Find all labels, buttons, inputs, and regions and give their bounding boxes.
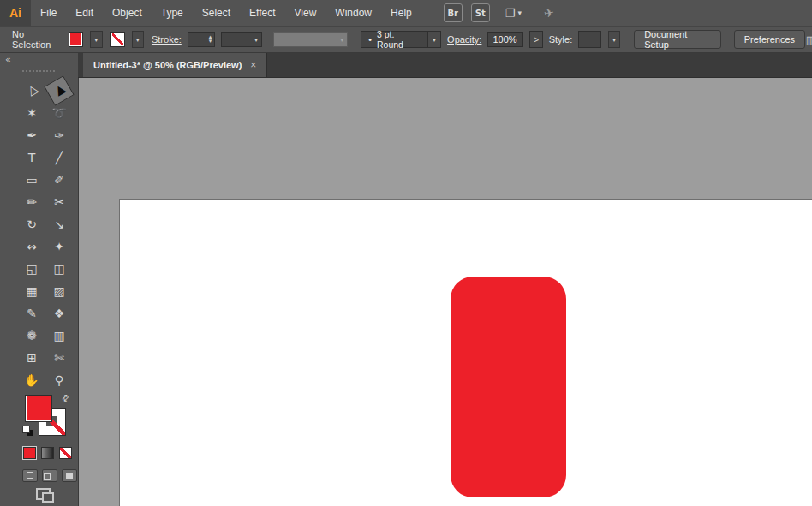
tool-hand[interactable]: ✋ — [21, 369, 43, 391]
stroke-weight-dropdown[interactable]: ▾ — [221, 32, 262, 47]
stroke-color-swatch[interactable] — [110, 32, 125, 47]
tool-scale[interactable]: ↘ — [48, 213, 70, 235]
brush-bullet-icon: • — [368, 34, 372, 45]
tool-column-graph[interactable]: ▥ — [48, 324, 70, 347]
chevron-down-icon: ▾ — [612, 36, 616, 44]
chevron-down-icon: ▾ — [254, 36, 258, 44]
preferences-button[interactable]: Preferences — [734, 30, 805, 49]
stepper-arrows-icon[interactable]: ▴▾ — [209, 35, 212, 44]
fill-stroke-indicator: ⇄ — [22, 393, 74, 443]
draw-inside-button[interactable] — [62, 469, 77, 482]
color-button[interactable] — [23, 447, 36, 459]
none-button[interactable] — [59, 447, 72, 459]
menu-item-effect[interactable]: Effect — [240, 0, 284, 26]
tool-rotate[interactable]: ↻ — [21, 213, 43, 235]
selection-status: No Selection — [12, 29, 63, 50]
fill-color-dropdown[interactable]: ▾ — [90, 31, 102, 48]
tools-panel: « ▷▶✶➰✒✑T╱▭✐✏✂↻↘↭✦◱◫▦▨✎❖❁▥⊞✄✋⚲ ⇄ — [0, 53, 79, 506]
chevron-down-icon: ▾ — [94, 36, 98, 44]
control-bar: No Selection ▾ ▾ Stroke: ▴▾ ▾ ▾ • 3 pt. … — [0, 26, 812, 53]
document-tab[interactable]: Untitled-3* @ 50% (RGB/Preview) × — [83, 53, 267, 77]
chevron-down-icon: ▾ — [136, 36, 140, 44]
tool-perspective-grid[interactable]: ◫ — [48, 258, 70, 280]
menu-bar: Ai FileEditObjectTypeSelectEffectViewWin… — [0, 0, 812, 26]
menu-item-help[interactable]: Help — [381, 0, 421, 26]
chevron-down-icon: ▾ — [340, 36, 343, 44]
tool-mesh[interactable]: ▦ — [21, 280, 43, 302]
color-mode-buttons — [23, 447, 72, 459]
tool-gradient[interactable]: ▨ — [48, 280, 70, 302]
tool-shape-builder[interactable]: ◱ — [21, 258, 43, 280]
tool-width[interactable]: ↭ — [21, 235, 43, 258]
tool-artboard[interactable]: ⊞ — [21, 347, 43, 369]
tool-magic-wand[interactable]: ✶ — [21, 102, 43, 124]
stroke-weight-stepper[interactable]: ▴▾ — [188, 32, 215, 47]
tool-curvature[interactable]: ✑ — [48, 124, 70, 146]
tool-lasso[interactable]: ➰ — [48, 102, 70, 124]
document-tab-bar: Untitled-3* @ 50% (RGB/Preview) × — [78, 53, 812, 78]
stroke-weight-label[interactable]: Stroke: — [152, 34, 182, 45]
style-dropdown[interactable]: ▾ — [608, 31, 620, 48]
brush-definition-dropdown[interactable]: • 3 pt. Round — [361, 31, 428, 48]
brush-name: 3 pt. Round — [377, 29, 421, 50]
menu-item-object[interactable]: Object — [103, 0, 152, 26]
opacity-expand-button[interactable]: > — [529, 31, 542, 48]
menu-item-file[interactable]: File — [31, 0, 66, 26]
width-profile-dropdown: ▾ — [273, 32, 348, 47]
opacity-input[interactable]: 100% — [487, 32, 523, 47]
collapse-panel-icon[interactable]: « — [5, 54, 11, 65]
stock-button[interactable]: St — [471, 3, 490, 22]
menu-item-type[interactable]: Type — [152, 0, 193, 26]
tool-eyedropper[interactable]: ✎ — [21, 302, 43, 324]
fill-indicator[interactable] — [25, 395, 52, 422]
draw-behind-button[interactable] — [42, 469, 57, 482]
chevron-down-icon: ▾ — [517, 9, 522, 17]
tool-blend[interactable]: ❖ — [48, 302, 70, 324]
menu-items: FileEditObjectTypeSelectEffectViewWindow… — [31, 0, 421, 26]
chevron-down-icon: ▾ — [433, 36, 436, 44]
opacity-value: 100% — [493, 34, 516, 45]
stroke-color-dropdown[interactable]: ▾ — [132, 31, 144, 48]
close-icon[interactable]: × — [250, 59, 256, 71]
tools-grid: ▷▶✶➰✒✑T╱▭✐✏✂↻↘↭✦◱◫▦▨✎❖❁▥⊞✄✋⚲ — [21, 80, 71, 391]
tool-pencil[interactable]: ✏ — [21, 191, 43, 213]
style-swatch[interactable] — [578, 31, 601, 48]
document-tab-title: Untitled-3* @ 50% (RGB/Preview) — [93, 60, 242, 70]
tool-free-transform[interactable]: ✦ — [48, 235, 70, 258]
tool-line-segment[interactable]: ╱ — [48, 146, 70, 169]
tool-symbol-sprayer[interactable]: ❁ — [21, 324, 43, 347]
menu-item-edit[interactable]: Edit — [66, 0, 103, 26]
tool-scissors[interactable]: ✂ — [48, 191, 70, 213]
rounded-rectangle-shape[interactable] — [451, 277, 566, 497]
default-fill-stroke-icon[interactable] — [22, 426, 34, 438]
tool-zoom[interactable]: ⚲ — [48, 369, 70, 391]
style-label: Style: — [549, 34, 573, 45]
tool-rectangle[interactable]: ▭ — [21, 169, 43, 191]
brush-dropdown-chevron[interactable]: ▾ — [428, 31, 441, 48]
arrange-documents-icon[interactable]: ▥ — [806, 33, 812, 46]
share-icon[interactable]: ✈ — [543, 5, 555, 21]
draw-normal-button[interactable] — [22, 469, 38, 482]
panel-grip[interactable] — [22, 70, 55, 72]
menu-item-window[interactable]: Window — [325, 0, 381, 26]
opacity-label[interactable]: Opacity: — [447, 34, 481, 45]
change-screen-mode-button[interactable] — [36, 488, 53, 502]
fill-color-swatch[interactable] — [69, 32, 83, 47]
menu-item-select[interactable]: Select — [193, 0, 240, 26]
tool-type[interactable]: T — [21, 146, 43, 169]
workspace-icon: ❐ — [505, 7, 516, 20]
canvas-area[interactable] — [78, 77, 812, 506]
artboard[interactable] — [119, 199, 812, 506]
tool-slice[interactable]: ✄ — [48, 347, 70, 369]
drawing-mode-buttons — [22, 469, 77, 482]
tool-paintbrush[interactable]: ✐ — [48, 169, 70, 191]
document-setup-button[interactable]: Document Setup — [634, 30, 721, 49]
gradient-button[interactable] — [41, 447, 54, 459]
menu-item-view[interactable]: View — [285, 0, 326, 26]
workspace-switcher[interactable]: ❐ ▾ — [505, 7, 522, 20]
swap-fill-stroke-icon[interactable]: ⇄ — [59, 392, 71, 404]
bridge-button[interactable]: Br — [444, 3, 463, 22]
tool-pen[interactable]: ✒ — [21, 124, 43, 146]
app-logo: Ai — [0, 0, 31, 26]
